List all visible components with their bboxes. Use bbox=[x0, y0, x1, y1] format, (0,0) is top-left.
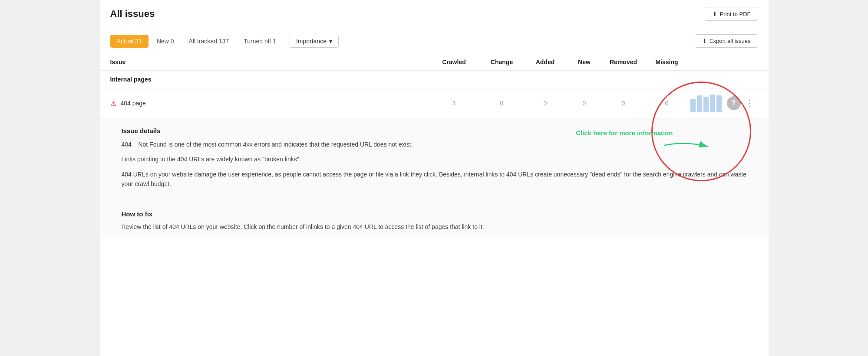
tab-all-tracked[interactable]: All tracked 137 bbox=[182, 35, 236, 48]
chart-help-cell: ? bbox=[689, 95, 741, 112]
importance-dropdown[interactable]: Importance ▾ bbox=[290, 35, 339, 48]
crawled-value[interactable]: 3 bbox=[428, 100, 480, 107]
col-crawled: Crawled bbox=[428, 59, 480, 65]
issue-details-section: Issue details 404 – Not Found is one of … bbox=[100, 118, 769, 203]
change-value: 0 bbox=[480, 100, 524, 107]
how-to-fix-text: Review the list of 404 URLs on your webs… bbox=[122, 222, 758, 232]
col-actions bbox=[741, 59, 758, 65]
print-icon: ⬇ bbox=[712, 10, 717, 17]
added-value: 0 bbox=[524, 100, 567, 107]
bar-1 bbox=[690, 99, 696, 112]
issue-details-para-1: 404 – Not Found is one of the most commo… bbox=[122, 140, 758, 149]
table-row: ⚠ 404 page 3 0 0 0 0 0 ? ⋮ bbox=[100, 88, 769, 118]
missing-value: 0 bbox=[645, 100, 689, 107]
help-icon-button[interactable]: ? bbox=[727, 96, 741, 110]
export-all-issues-button[interactable]: ⬇ Export all issues bbox=[695, 34, 758, 48]
print-to-pdf-button[interactable]: ⬇ Print to PDF bbox=[705, 7, 758, 21]
new-value: 0 bbox=[567, 100, 602, 107]
more-options-button[interactable]: ⋮ bbox=[741, 98, 758, 108]
bar-2 bbox=[697, 95, 702, 112]
col-change: Change bbox=[480, 59, 524, 65]
export-icon: ⬇ bbox=[702, 38, 707, 44]
col-chart bbox=[689, 59, 741, 65]
issue-details-para-3: 404 URLs on your website damage the user… bbox=[122, 170, 758, 189]
issue-name[interactable]: ⚠ 404 page bbox=[110, 99, 428, 108]
tabs-container: Actual 31 New 0 All tracked 137 Turned o… bbox=[110, 35, 339, 48]
tab-actual[interactable]: Actual 31 bbox=[110, 35, 149, 48]
main-container: All issues ⬇ Print to PDF Actual 31 New … bbox=[100, 0, 769, 356]
col-issue: Issue bbox=[110, 59, 428, 65]
issue-details-heading: Issue details bbox=[122, 127, 758, 134]
table-header: Issue Crawled Change Added New Removed M… bbox=[100, 54, 769, 71]
toolbar: Actual 31 New 0 All tracked 137 Turned o… bbox=[100, 28, 769, 54]
page-title: All issues bbox=[110, 8, 155, 20]
bar-4 bbox=[710, 95, 715, 112]
warning-icon: ⚠ bbox=[110, 99, 116, 108]
col-new: New bbox=[567, 59, 602, 65]
tab-new[interactable]: New 0 bbox=[150, 35, 181, 48]
issue-details-para-2: Links pointing to the 404 URLs are widel… bbox=[122, 154, 758, 164]
tab-turned-off[interactable]: Turned off 1 bbox=[237, 35, 283, 48]
bar-5 bbox=[716, 95, 722, 112]
page-header: All issues ⬇ Print to PDF bbox=[100, 0, 769, 28]
how-to-fix-heading: How to fix bbox=[122, 210, 758, 218]
col-added: Added bbox=[524, 59, 567, 65]
section-internal-pages: Internal pages bbox=[100, 71, 769, 88]
sparkline-chart bbox=[689, 95, 723, 112]
col-missing: Missing bbox=[645, 59, 689, 65]
chevron-down-icon: ▾ bbox=[329, 38, 332, 45]
removed-value: 0 bbox=[602, 100, 645, 107]
bar-3 bbox=[703, 97, 709, 112]
how-to-fix-section: How to fix Review the list of 404 URLs o… bbox=[100, 203, 769, 238]
col-removed: Removed bbox=[602, 59, 645, 65]
